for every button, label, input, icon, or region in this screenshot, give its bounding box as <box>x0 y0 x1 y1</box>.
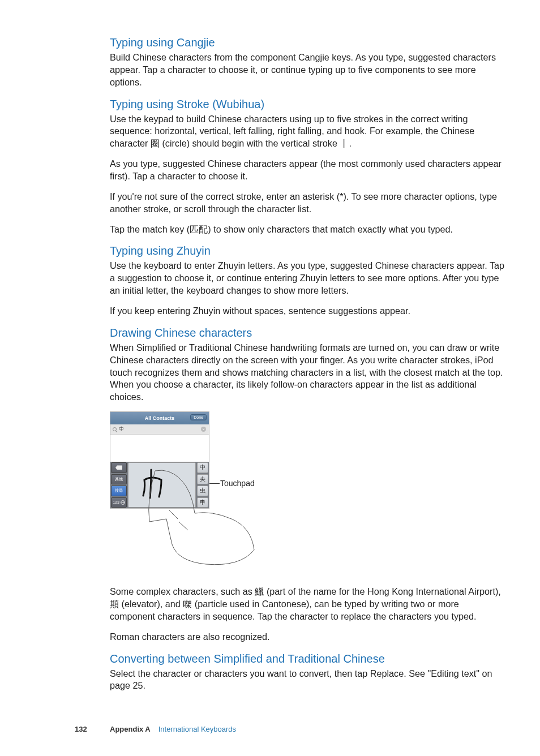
para: Select the character or characters you w… <box>110 668 506 693</box>
other-key: 其他 <box>111 474 127 485</box>
page-footer: 132 Appendix A International Keyboards <box>0 725 540 733</box>
para: Tap the match key (匹配) to show only char… <box>110 224 506 236</box>
para: Some complex characters, such as 鱲 (part… <box>110 586 506 623</box>
heading-cangjie: Typing using Cangjie <box>110 36 506 49</box>
para: Build Chinese characters from the compon… <box>110 51 506 89</box>
candidate-key: 央 <box>197 474 208 485</box>
section-zhuyin: Typing using Zhuyin Use the keyboard to … <box>110 244 506 317</box>
keyboard-area: 其他 搜尋 123 中 央 虫 申 <box>110 462 209 508</box>
backspace-key <box>111 462 127 473</box>
para: Use the keyboard to enter Zhuyin letters… <box>110 260 506 297</box>
search-key: 搜尋 <box>111 486 127 496</box>
mode-label: 123 <box>113 500 119 504</box>
footer-appendix: Appendix A <box>110 725 151 733</box>
clear-icon: × <box>201 427 206 432</box>
para: Roman characters are also recognized. <box>110 631 506 643</box>
para: Use the keypad to build Chinese characte… <box>110 113 506 151</box>
phone-mock: All Contacts Done 中 × 其他 搜尋 123 <box>110 411 209 509</box>
handwriting-figure: All Contacts Done 中 × 其他 搜尋 123 <box>110 411 314 575</box>
callout-line <box>209 483 220 484</box>
topbar-title: All Contacts <box>145 415 175 421</box>
touchpad <box>128 462 196 508</box>
candidate-key: 虫 <box>197 486 208 496</box>
kbd-left-col: 其他 搜尋 123 <box>110 462 127 508</box>
search-value: 中 <box>119 426 124 433</box>
drawn-character-icon <box>128 463 191 507</box>
section-convert: Converting between Simplified and Tradit… <box>110 652 506 693</box>
para: As you type, suggested Chinese character… <box>110 158 506 183</box>
kbd-candidates: 中 央 虫 申 <box>196 462 209 508</box>
backspace-icon <box>115 465 122 470</box>
search-bar: 中 × <box>110 424 209 435</box>
mode-key: 123 <box>111 497 127 508</box>
results-area <box>110 435 209 463</box>
para: If you keep entering Zhuyin without spac… <box>110 305 506 317</box>
heading-stroke: Typing using Stroke (Wubihua) <box>110 98 506 111</box>
para: If you're not sure of the correct stroke… <box>110 191 506 216</box>
section-drawing: Drawing Chinese characters When Simplifi… <box>110 327 506 643</box>
heading-convert: Converting between Simplified and Tradit… <box>110 652 506 665</box>
topbar: All Contacts Done <box>110 412 209 424</box>
callout-label: Touchpad <box>220 479 255 488</box>
footer-chapter: International Keyboards <box>158 725 236 733</box>
done-button: Done <box>190 414 207 420</box>
candidate-key: 申 <box>197 497 208 508</box>
section-cangjie: Typing using Cangjie Build Chinese chara… <box>110 36 506 89</box>
search-icon <box>113 427 117 431</box>
page-number: 132 <box>75 725 110 733</box>
para: When Simplified or Traditional Chinese h… <box>110 342 506 403</box>
candidate-key: 中 <box>197 462 208 473</box>
heading-zhuyin: Typing using Zhuyin <box>110 244 506 257</box>
heading-drawing: Drawing Chinese characters <box>110 327 506 340</box>
globe-icon <box>121 500 125 505</box>
section-stroke: Typing using Stroke (Wubihua) Use the ke… <box>110 98 506 236</box>
